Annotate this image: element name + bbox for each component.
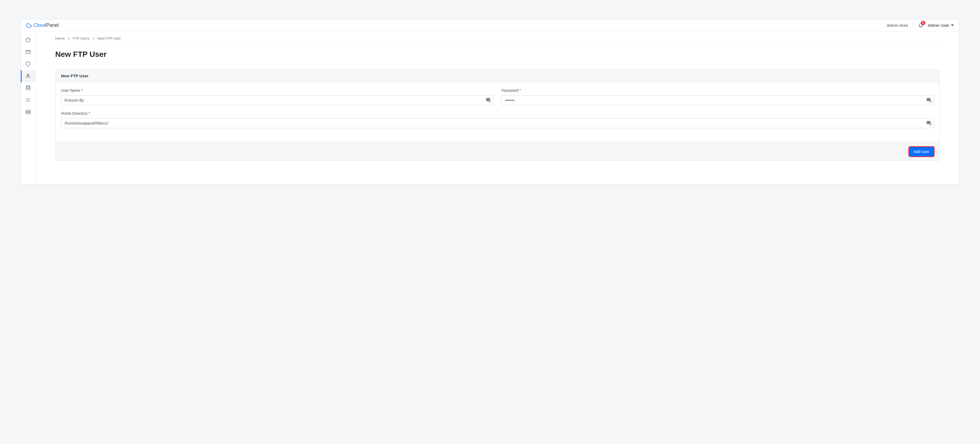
user-name-input[interactable] [61, 95, 493, 105]
server-icon [25, 109, 31, 116]
app-header: CloudPanel Admin Area 0 Admin User [21, 19, 959, 32]
add-user-button[interactable]: Add User [909, 147, 934, 156]
sidebar-item-users[interactable] [21, 70, 35, 82]
svg-point-3 [26, 86, 30, 87]
form-card: New FTP User User Name * 3 [55, 70, 940, 161]
list-check-icon [25, 97, 31, 103]
card-header: New FTP User [56, 70, 939, 82]
user-name-label: User Name * [61, 88, 493, 93]
shield-icon [25, 61, 31, 68]
database-icon [25, 85, 31, 92]
logo-text-cloud: Cloud [33, 22, 46, 28]
breadcrumb-ftp-users[interactable]: FTP Users [73, 36, 90, 40]
notifications-button[interactable]: 0 [918, 23, 923, 28]
card-body: User Name * 3 Password * [56, 82, 939, 142]
divider [913, 23, 913, 28]
sidebar-item-sites[interactable] [21, 46, 35, 58]
window-icon [25, 49, 31, 56]
breadcrumb-current: New FTP User [98, 36, 121, 40]
home-directory-label: Home Directory * [61, 111, 934, 116]
password-label: Password * [501, 88, 934, 93]
logo-text-panel: Panel [46, 22, 59, 28]
user-menu[interactable]: Admin User [928, 23, 954, 28]
svg-rect-4 [26, 110, 30, 112]
password-input[interactable] [501, 95, 934, 105]
logo[interactable]: CloudPanel [26, 22, 59, 28]
field-home-directory: Home Directory * 3 [61, 111, 934, 128]
user-icon [25, 73, 31, 79]
breadcrumb: Home ❯ FTP Users ❯ New FTP User [55, 36, 940, 44]
sidebar-item-dashboard[interactable] [21, 34, 35, 46]
chevron-right-icon: ❯ [92, 36, 95, 40]
user-menu-label: Admin User [928, 23, 950, 28]
sidebar-item-servers[interactable] [21, 106, 35, 118]
cloud-icon [26, 23, 32, 28]
svg-rect-5 [26, 112, 30, 114]
chevron-down-icon [951, 25, 954, 26]
sidebar-item-databases[interactable] [21, 82, 35, 94]
home-directory-input[interactable] [61, 118, 934, 128]
sidebar-item-cron[interactable] [21, 94, 35, 106]
chevron-right-icon: ❯ [68, 36, 70, 40]
svg-point-2 [27, 74, 29, 76]
card-footer: Add User [56, 142, 939, 161]
admin-area-link[interactable]: Admin Area [887, 23, 908, 28]
page-title: New FTP User [55, 44, 940, 65]
main-content: Home ❯ FTP Users ❯ New FTP User New FTP … [35, 32, 959, 184]
svg-rect-1 [26, 50, 30, 54]
app-window: CloudPanel Admin Area 0 Admin User [21, 19, 959, 185]
header-right: Admin Area 0 Admin User [887, 23, 954, 28]
breadcrumb-home[interactable]: Home [55, 36, 65, 40]
app-body: Home ❯ FTP Users ❯ New FTP User New FTP … [21, 32, 959, 184]
field-password: Password * 3 [501, 88, 934, 105]
field-user-name: User Name * 3 [61, 88, 493, 105]
gauge-icon [25, 37, 31, 43]
sidebar-item-security[interactable] [21, 58, 35, 70]
notification-badge: 0 [921, 21, 925, 25]
sidebar [21, 32, 35, 184]
